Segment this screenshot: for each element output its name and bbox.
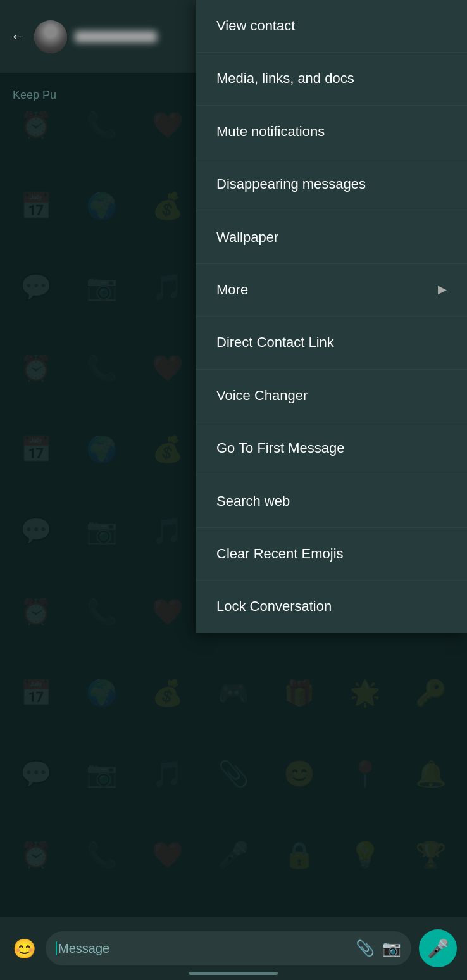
menu-item-lock-conversation[interactable]: Lock Conversation <box>196 581 467 632</box>
menu-item-go-to-first-message[interactable]: Go To First Message <box>196 422 467 475</box>
emoji-button[interactable]: 😊 <box>10 934 38 962</box>
keep-pu-text: Keep Pu <box>13 89 56 102</box>
menu-label-direct-contact-link: Direct Contact Link <box>216 334 334 351</box>
chevron-right-icon: ▶ <box>438 283 447 297</box>
mic-icon: 🎤 <box>427 938 449 959</box>
menu-item-search-web[interactable]: Search web <box>196 475 467 528</box>
menu-label-wallpaper: Wallpaper <box>216 229 278 246</box>
contact-name[interactable] <box>75 31 157 42</box>
chat-header: ← <box>0 0 199 73</box>
avatar[interactable] <box>34 20 67 53</box>
menu-item-direct-contact-link[interactable]: Direct Contact Link <box>196 317 467 369</box>
camera-icon[interactable]: 📷 <box>382 939 401 957</box>
message-input[interactable]: Message <box>56 941 348 956</box>
message-input-bar: 😊 Message 📎 📷 🎤 <box>0 917 467 980</box>
menu-label-go-to-first-message: Go To First Message <box>216 440 345 456</box>
message-placeholder-text: Message <box>58 941 109 956</box>
menu-item-view-contact[interactable]: View contact <box>196 0 467 53</box>
menu-label-lock-conversation: Lock Conversation <box>216 598 332 615</box>
menu-label-mute-notifications: Mute notifications <box>216 123 325 140</box>
menu-item-more[interactable]: More▶ <box>196 264 467 317</box>
mic-button[interactable]: 🎤 <box>419 929 457 967</box>
menu-label-search-web: Search web <box>216 493 290 510</box>
menu-label-disappearing-messages: Disappearing messages <box>216 176 366 192</box>
menu-label-more: More <box>216 282 248 298</box>
menu-item-clear-recent-emojis[interactable]: Clear Recent Emojis <box>196 528 467 581</box>
menu-item-voice-changer[interactable]: Voice Changer <box>196 370 467 422</box>
attach-icon[interactable]: 📎 <box>356 939 375 957</box>
back-button[interactable]: ← <box>10 27 27 46</box>
menu-label-clear-recent-emojis: Clear Recent Emojis <box>216 546 344 562</box>
home-indicator <box>189 972 278 975</box>
menu-label-media-links-docs: Media, links, and docs <box>216 70 354 87</box>
menu-item-mute-notifications[interactable]: Mute notifications <box>196 106 467 158</box>
message-input-wrapper: Message 📎 📷 <box>46 931 411 965</box>
menu-label-view-contact: View contact <box>216 18 295 34</box>
context-menu: View contactMedia, links, and docsMute n… <box>196 0 467 633</box>
menu-item-disappearing-messages[interactable]: Disappearing messages <box>196 158 467 211</box>
text-cursor <box>56 941 57 955</box>
menu-label-voice-changer: Voice Changer <box>216 387 308 404</box>
menu-item-media-links-docs[interactable]: Media, links, and docs <box>196 53 467 105</box>
menu-item-wallpaper[interactable]: Wallpaper <box>196 211 467 264</box>
